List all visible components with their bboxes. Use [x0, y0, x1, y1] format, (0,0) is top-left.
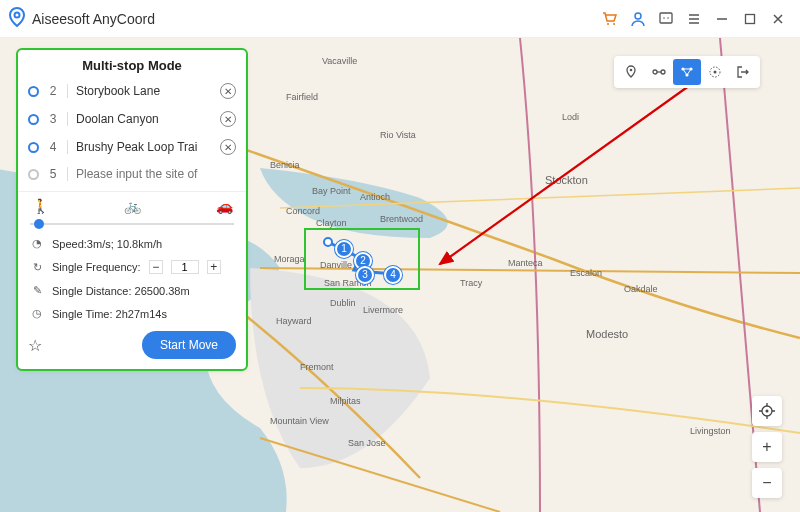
menu-icon[interactable]: [680, 5, 708, 33]
start-move-button[interactable]: Start Move: [142, 331, 236, 359]
stop-row[interactable]: 3 Doolan Canyon ✕: [18, 105, 246, 133]
mode-multistop-icon[interactable]: [673, 59, 701, 85]
remove-stop-icon[interactable]: ✕: [220, 83, 236, 99]
route-marker-4[interactable]: 4: [384, 266, 402, 284]
svg-point-3: [635, 13, 641, 19]
decrement-button[interactable]: −: [149, 260, 163, 274]
frequency-detail: ↻ Single Frequency: − +: [18, 255, 246, 279]
remove-stop-icon[interactable]: ✕: [220, 139, 236, 155]
maximize-icon[interactable]: [736, 5, 764, 33]
panel-footer: ☆ Start Move: [18, 325, 246, 369]
mode-toolbar: [614, 56, 760, 88]
time-text: Single Time: 2h27m14s: [52, 308, 167, 320]
map-area[interactable]: Vacaville Fairfield Rio Vista Benicia Co…: [0, 38, 800, 512]
svg-point-20: [766, 410, 769, 413]
stop-number: 3: [47, 112, 59, 126]
speed-text: Speed:3m/s; 10.8km/h: [52, 238, 162, 250]
mode-twopoint-icon[interactable]: [645, 59, 673, 85]
distance-text: Single Distance: 26500.38m: [52, 285, 190, 297]
distance-detail: ✎ Single Distance: 26500.38m: [18, 279, 246, 302]
panel-title: Multi-stop Mode: [18, 50, 246, 77]
app-title: Aiseesoft AnyCoord: [32, 11, 155, 27]
radio-icon[interactable]: [28, 114, 39, 125]
frequency-input[interactable]: [171, 260, 199, 274]
divider: [67, 140, 68, 154]
frequency-icon: ↻: [30, 261, 44, 274]
radio-icon[interactable]: [28, 169, 39, 180]
zoom-out-button[interactable]: −: [752, 468, 782, 498]
svg-point-18: [714, 71, 717, 74]
bike-icon[interactable]: 🚲: [122, 198, 142, 214]
svg-point-13: [661, 70, 665, 74]
time-detail: ◷ Single Time: 2h27m14s: [18, 302, 246, 325]
speed-detail: ◔ Speed:3m/s; 10.8km/h: [18, 232, 246, 255]
exit-icon[interactable]: [729, 59, 757, 85]
frequency-label: Single Frequency:: [52, 261, 141, 273]
speed-icon: ◔: [30, 237, 44, 250]
svg-point-11: [630, 69, 633, 72]
locate-button[interactable]: [752, 396, 782, 426]
divider: [67, 167, 68, 181]
route-marker-3[interactable]: 3: [356, 266, 374, 284]
stop-label: Storybook Lane: [76, 84, 212, 98]
route-marker-1[interactable]: 1: [335, 240, 353, 258]
svg-point-5: [663, 17, 665, 19]
svg-point-6: [667, 17, 669, 19]
svg-point-2: [613, 23, 615, 25]
stop-input-row[interactable]: 5: [18, 161, 246, 187]
multistop-panel: Multi-stop Mode 2 Storybook Lane ✕ 3 Doo…: [18, 50, 246, 369]
radio-icon[interactable]: [28, 86, 39, 97]
stop-label: Brushy Peak Loop Trai: [76, 140, 212, 154]
transport-mode-row: 🚶 🚲 🚗: [18, 192, 246, 216]
svg-point-1: [607, 23, 609, 25]
radio-icon[interactable]: [28, 142, 39, 153]
time-icon: ◷: [30, 307, 44, 320]
svg-point-0: [15, 12, 20, 17]
remove-stop-icon[interactable]: ✕: [220, 111, 236, 127]
car-icon[interactable]: 🚗: [214, 198, 234, 214]
distance-icon: ✎: [30, 284, 44, 297]
cart-icon[interactable]: [596, 5, 624, 33]
svg-point-12: [653, 70, 657, 74]
stop-number: 2: [47, 84, 59, 98]
svg-rect-7: [746, 14, 755, 23]
titlebar: Aiseesoft AnyCoord: [0, 0, 800, 38]
zoom-in-button[interactable]: +: [752, 432, 782, 462]
close-icon[interactable]: [764, 5, 792, 33]
favorite-icon[interactable]: ☆: [28, 336, 42, 355]
increment-button[interactable]: +: [207, 260, 221, 274]
mode-pin-icon[interactable]: [617, 59, 645, 85]
user-icon[interactable]: [624, 5, 652, 33]
walk-icon[interactable]: 🚶: [30, 198, 50, 214]
stop-label: Doolan Canyon: [76, 112, 212, 126]
speed-slider[interactable]: [18, 216, 246, 232]
stop-row[interactable]: 2 Storybook Lane ✕: [18, 77, 246, 105]
app-logo-icon: [8, 6, 26, 32]
slider-thumb[interactable]: [34, 219, 44, 229]
stop-number: 4: [47, 140, 59, 154]
minimize-icon[interactable]: [708, 5, 736, 33]
slider-track: [30, 223, 234, 225]
divider: [67, 84, 68, 98]
feedback-icon[interactable]: [652, 5, 680, 33]
stop-row[interactable]: 4 Brushy Peak Loop Trai ✕: [18, 133, 246, 161]
stop-number: 5: [47, 167, 59, 181]
mode-joystick-icon[interactable]: [701, 59, 729, 85]
divider: [67, 112, 68, 126]
stop-input[interactable]: [76, 167, 236, 181]
svg-rect-4: [660, 13, 672, 23]
